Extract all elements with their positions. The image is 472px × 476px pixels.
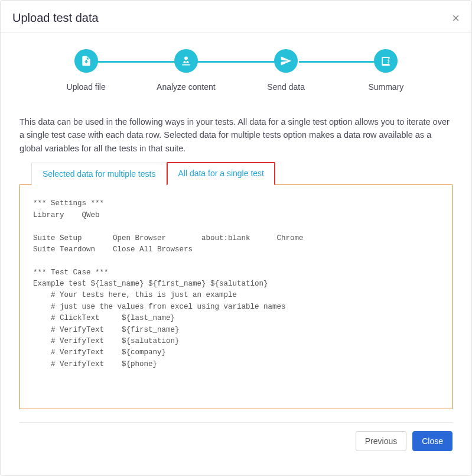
description-text: This data can be used in the following w… — [1, 102, 471, 162]
step-label: Summary — [368, 82, 403, 92]
send-data-icon — [274, 49, 298, 73]
code-example-panel: *** Settings *** Library QWeb Suite Setu… — [19, 184, 453, 409]
tab-bar: Selected data for multiple tests All dat… — [31, 162, 453, 185]
modal-footer: Previous Close — [1, 423, 471, 462]
modal-header: Upload test data × — [1, 1, 471, 33]
tabs-container: Selected data for multiple tests All dat… — [1, 162, 471, 409]
step-summary: Summary — [336, 49, 436, 92]
analyze-content-icon — [174, 49, 198, 73]
progress-stepper: Upload file Analyze content Send data Su… — [1, 33, 471, 102]
upload-file-icon — [74, 49, 98, 73]
close-icon[interactable]: × — [452, 12, 460, 25]
step-label: Analyze content — [157, 82, 216, 92]
summary-icon — [374, 49, 398, 73]
modal-title: Upload test data — [12, 11, 99, 25]
step-label: Send data — [267, 82, 305, 92]
step-label: Upload file — [67, 82, 106, 92]
tab-selected-data-multiple-tests[interactable]: Selected data for multiple tests — [31, 163, 167, 186]
step-upload-file: Upload file — [36, 49, 136, 92]
previous-button[interactable]: Previous — [356, 431, 406, 451]
upload-test-data-modal: Upload test data × Upload file Analyze c… — [0, 0, 472, 476]
step-analyze-content: Analyze content — [136, 49, 236, 92]
step-send-data: Send data — [236, 49, 336, 92]
close-button[interactable]: Close — [412, 431, 453, 451]
tab-all-data-single-test[interactable]: All data for a single test — [167, 162, 275, 185]
